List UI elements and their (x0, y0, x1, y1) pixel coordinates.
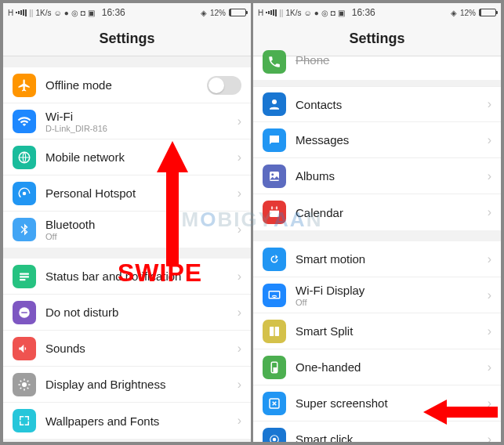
row-label: Phone (296, 53, 491, 67)
row-smart-split[interactable]: Smart Split › (253, 313, 501, 349)
battery-pct: 12% (460, 9, 476, 17)
split-icon (263, 320, 286, 343)
row-sub: Off (296, 298, 488, 307)
row-bluetooth[interactable]: BluetoothOff › (3, 212, 251, 248)
svg-rect-14 (276, 207, 277, 210)
chevron-right-icon: › (237, 270, 241, 284)
row-messages[interactable]: Messages › (253, 122, 501, 158)
page-title: Settings (349, 31, 404, 47)
row-label: Status bar and notification (45, 270, 237, 283)
row-label: Do not disturb (45, 306, 237, 319)
camera-icon: ◘ (331, 9, 335, 17)
onehand-icon (263, 356, 286, 379)
chevron-right-icon: › (488, 133, 491, 147)
chevron-right-icon: › (237, 306, 241, 320)
row-label: Display and Brightness (45, 378, 237, 391)
row-label: Wi-Fi (45, 110, 237, 123)
row-sounds[interactable]: Sounds › (3, 331, 251, 367)
row-status-bar-notification[interactable]: Status bar and notification › (3, 259, 251, 295)
row-one-handed[interactable]: One-handed › (253, 349, 501, 385)
battery-pct: 12% (210, 9, 226, 17)
chevron-right-icon: › (488, 324, 491, 338)
speed-indicator: 1K/s (285, 9, 301, 17)
row-label: Personal Hotspot (45, 186, 237, 200)
target-icon: ◎ (321, 9, 328, 17)
svg-point-10 (271, 173, 274, 175)
offline-toggle[interactable] (207, 76, 241, 95)
msg-icon: ● (64, 9, 69, 17)
svg-rect-17 (275, 327, 279, 336)
left-screen: H || 1K/s ☺ ● ◎ ◘ ▣ 16:36 ◈ 12% Settings (3, 3, 251, 442)
row-phone[interactable]: Phone (253, 56, 501, 80)
row-label: Wallpapers and Fonts (45, 414, 237, 428)
svg-rect-13 (271, 207, 273, 210)
row-label: Smart motion (296, 252, 488, 266)
row-label: Bluetooth (45, 218, 237, 231)
airplane-icon (13, 74, 36, 97)
row-label: Offline mode (45, 78, 207, 92)
row-super-screenshot[interactable]: Super screenshot › (253, 385, 501, 421)
camera-icon: ◘ (81, 9, 85, 17)
row-label: Smart click (296, 432, 488, 442)
svg-rect-16 (270, 327, 274, 336)
row-label: Super screenshot (296, 396, 488, 410)
row-contacts[interactable]: Contacts › (253, 86, 501, 122)
battery-icon (229, 9, 246, 16)
row-wifi[interactable]: Wi-FiD-Link_DIR-816 › (3, 103, 251, 139)
carrier-letter: H (258, 9, 263, 17)
chevron-right-icon: › (488, 205, 491, 219)
row-personal-hotspot[interactable]: Personal Hotspot › (3, 175, 251, 212)
status-bar: H || 1K/s ☺ ● ◎ ◘ ▣ 16:36 ◈ 12% (3, 3, 251, 22)
row-wifi-display[interactable]: Wi-Fi DisplayOff › (253, 277, 501, 313)
row-smart-motion[interactable]: Smart motion › (253, 241, 501, 277)
carrier-letter: H (8, 9, 13, 17)
phone-icon (263, 50, 286, 74)
row-label: Smart Split (296, 324, 488, 338)
chevron-right-icon: › (237, 378, 241, 392)
svg-point-1 (23, 191, 27, 195)
messages-icon (263, 128, 286, 152)
header: Settings (253, 22, 501, 56)
albums-icon (263, 165, 286, 188)
chevron-right-icon: › (237, 222, 241, 237)
battery-icon (479, 9, 496, 16)
svg-rect-19 (274, 367, 277, 372)
svg-point-7 (22, 382, 27, 387)
chevron-right-icon: › (488, 97, 491, 111)
display-icon (13, 373, 36, 396)
whatsapp-icon: ☺ (53, 9, 61, 17)
row-calendar[interactable]: Calendar › (253, 194, 501, 230)
row-mobile-network[interactable]: Mobile network › (3, 139, 251, 175)
signal-icon (16, 9, 27, 16)
chevron-right-icon: › (237, 186, 241, 201)
row-do-not-disturb[interactable]: Do not disturb › (3, 295, 251, 331)
status-icon (13, 265, 36, 288)
target-icon: ◎ (71, 9, 78, 17)
chevron-right-icon: › (237, 414, 241, 428)
row-offline-mode[interactable]: Offline mode (3, 67, 251, 103)
row-display-brightness[interactable]: Display and Brightness › (3, 367, 251, 403)
wallpaper-icon (13, 409, 36, 432)
wifidisp-icon (263, 284, 286, 307)
bluetooth-icon (13, 218, 36, 241)
row-wallpapers-fonts[interactable]: Wallpapers and Fonts › (3, 403, 251, 439)
row-label: Albums (296, 169, 488, 183)
chevron-right-icon: › (237, 342, 241, 356)
row-label: One-handed (296, 360, 488, 374)
app-icon: ▣ (88, 9, 95, 17)
chevron-right-icon: › (488, 432, 491, 443)
svg-rect-6 (21, 312, 27, 313)
speed-indicator: 1K/s (35, 9, 51, 17)
svg-rect-2 (20, 273, 29, 274)
hotspot-icon (13, 182, 36, 205)
chevron-right-icon: › (237, 114, 241, 128)
row-smart-click[interactable]: Smart click › (253, 421, 501, 442)
row-label: Sounds (45, 342, 237, 355)
row-sub: D-Link_DIR-816 (45, 124, 237, 133)
page-title: Settings (99, 31, 154, 47)
row-albums[interactable]: Albums › (253, 158, 501, 194)
chevron-right-icon: › (488, 360, 491, 374)
header: Settings (3, 22, 251, 56)
chevron-right-icon: › (488, 288, 491, 302)
signal-extra: || (29, 9, 33, 17)
